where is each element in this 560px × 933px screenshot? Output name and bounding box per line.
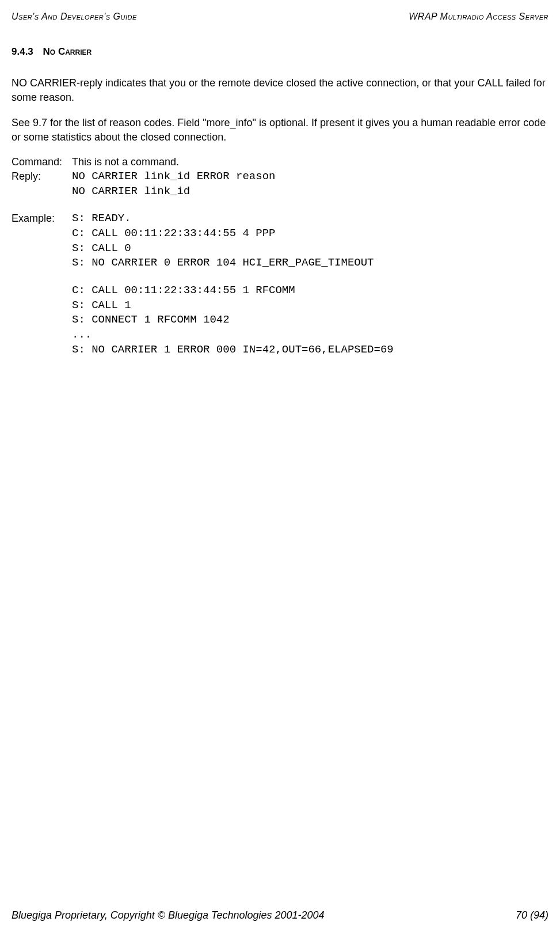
reply-value: NO CARRIER link_id ERROR reason NO CARRI…: [72, 169, 275, 199]
header-left: User's And Developer's Guide: [12, 10, 137, 23]
section-heading: 9.4.3 No Carrier: [12, 45, 548, 59]
section-number: 9.4.3: [12, 46, 33, 57]
section-title: No Carrier: [43, 46, 92, 57]
header-right: WRAP Multiradio Access Server: [409, 10, 548, 23]
reply-label: Reply:: [12, 169, 72, 184]
page-footer: Bluegiga Proprietary, Copyright © Bluegi…: [12, 908, 548, 923]
command-value: This is not a command.: [72, 155, 179, 169]
example-value-2: C: CALL 00:11:22:33:44:55 1 RFCOMM S: CA…: [72, 283, 394, 357]
footer-left: Bluegiga Proprietary, Copyright © Bluegi…: [12, 908, 325, 923]
example-row: Example: S: READY. C: CALL 00:11:22:33:4…: [12, 211, 548, 357]
paragraph-2: See 9.7 for the list of reason codes. Fi…: [12, 116, 548, 145]
reply-row: Reply: NO CARRIER link_id ERROR reason N…: [12, 169, 548, 199]
command-label: Command:: [12, 155, 72, 169]
command-row: Command: This is not a command.: [12, 155, 548, 169]
footer-right: 70 (94): [516, 908, 548, 923]
paragraph-1: NO CARRIER-reply indicates that you or t…: [12, 76, 548, 105]
page-header: User's And Developer's Guide WRAP Multir…: [12, 10, 548, 23]
example-value-1: S: READY. C: CALL 00:11:22:33:44:55 4 PP…: [72, 211, 394, 271]
example-label: Example:: [12, 211, 72, 226]
